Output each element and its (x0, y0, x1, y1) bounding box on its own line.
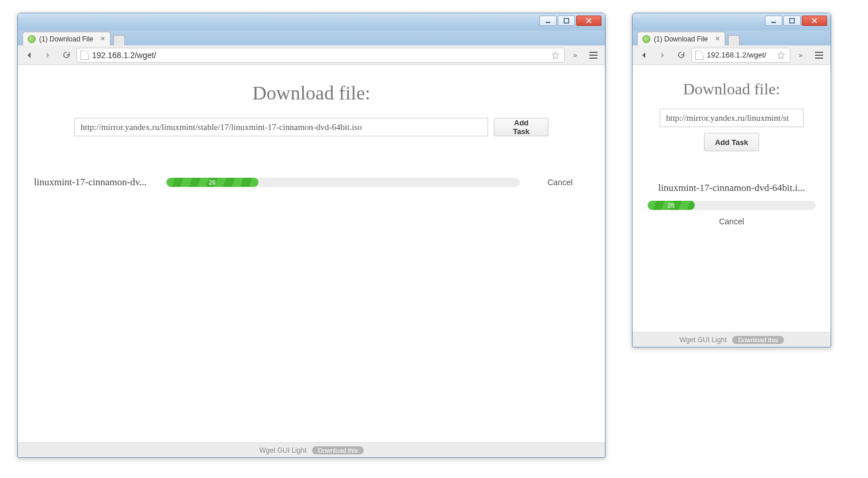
progress-percent-label: 26 (209, 179, 216, 186)
hamburger-icon (815, 52, 823, 59)
svg-rect-3 (790, 18, 794, 23)
overflow-button[interactable]: » (793, 48, 809, 63)
cancel-button[interactable]: Cancel (719, 217, 744, 226)
address-input[interactable] (92, 51, 547, 60)
task-row: linuxmint-17-cinnamon-dvd-64bit.i... 28 … (648, 182, 816, 226)
tab-title: (1) Download File (654, 35, 708, 43)
address-bar[interactable] (691, 48, 790, 63)
browser-window-wide: (1) Download File ✕ » Download file: Add… (17, 13, 606, 458)
progress-percent-label: 28 (668, 202, 675, 209)
address-bar[interactable] (77, 48, 565, 63)
tab-strip: (1) Download File ✕ (633, 30, 831, 45)
window-titlebar (18, 13, 605, 30)
window-buttons (539, 16, 601, 26)
add-task-button[interactable]: Add Task (494, 118, 549, 136)
download-url-input[interactable] (74, 118, 488, 136)
progress-bar: 26 (166, 178, 520, 187)
browser-tab[interactable]: (1) Download File ✕ (22, 32, 111, 45)
window-buttons (765, 16, 827, 26)
hamburger-icon (589, 52, 597, 59)
close-button[interactable] (802, 16, 827, 26)
svg-rect-0 (546, 22, 550, 23)
add-task-row: Add Task (28, 118, 595, 136)
page-title: Download file: (28, 82, 595, 104)
tab-strip: (1) Download File ✕ (18, 30, 605, 45)
tab-close-icon[interactable]: ✕ (100, 35, 105, 43)
cancel-button[interactable]: Cancel (531, 178, 589, 187)
address-input[interactable] (707, 51, 772, 59)
add-task-row: Add Task (643, 109, 820, 151)
maximize-button[interactable] (558, 16, 575, 26)
browser-window-narrow: (1) Download File ✕ » Download file: Add… (632, 13, 831, 347)
maximize-button[interactable] (783, 16, 801, 26)
task-list: linuxmint-17-cinnamon-dv... 26 Cancel (28, 177, 595, 188)
svg-rect-2 (771, 22, 776, 23)
new-tab-button[interactable] (113, 35, 125, 45)
tab-close-icon[interactable]: ✕ (715, 35, 720, 43)
reload-button[interactable] (58, 48, 74, 63)
bookmark-star-icon[interactable] (776, 50, 786, 60)
footer-download-this-button[interactable]: Download this (732, 336, 783, 344)
progress-fill: 26 (166, 178, 258, 187)
add-task-button[interactable]: Add Task (704, 133, 759, 151)
task-list: linuxmint-17-cinnamon-dvd-64bit.i... 28 … (643, 182, 820, 226)
progress-bar: 28 (648, 201, 816, 210)
minimize-button[interactable] (539, 16, 557, 26)
task-filename: linuxmint-17-cinnamon-dvd-64bit.i... (648, 182, 816, 194)
page-icon (81, 51, 89, 60)
footer: Wget GUI Light Download this (633, 332, 831, 347)
progress-fill: 28 (648, 201, 695, 210)
back-button[interactable] (21, 48, 37, 63)
footer: Wget GUI Light Download this (18, 442, 605, 457)
footer-text: Wget GUI Light (679, 336, 726, 344)
minimize-button[interactable] (765, 16, 782, 26)
page-content: Download file: Add Task linuxmint-17-cin… (18, 65, 605, 442)
svg-rect-1 (564, 18, 569, 23)
window-titlebar (633, 13, 831, 30)
page-icon (695, 51, 703, 60)
close-button[interactable] (576, 16, 601, 26)
forward-button[interactable] (654, 48, 671, 63)
footer-text: Wget GUI Light (259, 446, 306, 454)
overflow-button[interactable]: » (567, 48, 583, 63)
reload-button[interactable] (673, 48, 689, 63)
browser-toolbar: » (633, 45, 831, 65)
menu-button[interactable] (811, 48, 827, 63)
browser-tab[interactable]: (1) Download File ✕ (637, 32, 725, 45)
download-url-input[interactable] (660, 109, 804, 127)
back-button[interactable] (636, 48, 652, 63)
bookmark-star-icon[interactable] (550, 50, 561, 60)
favicon-icon (642, 35, 650, 43)
favicon-icon (28, 35, 36, 43)
forward-button[interactable] (40, 48, 56, 63)
browser-toolbar: » (18, 45, 605, 65)
task-filename: linuxmint-17-cinnamon-dv... (34, 177, 155, 188)
task-row: linuxmint-17-cinnamon-dv... 26 Cancel (28, 177, 595, 188)
new-tab-button[interactable] (728, 35, 740, 45)
tab-title: (1) Download File (39, 35, 93, 43)
page-content: Download file: Add Task linuxmint-17-cin… (633, 65, 831, 332)
footer-download-this-button[interactable]: Download this (312, 446, 363, 454)
page-title: Download file: (643, 80, 820, 98)
menu-button[interactable] (585, 48, 601, 63)
